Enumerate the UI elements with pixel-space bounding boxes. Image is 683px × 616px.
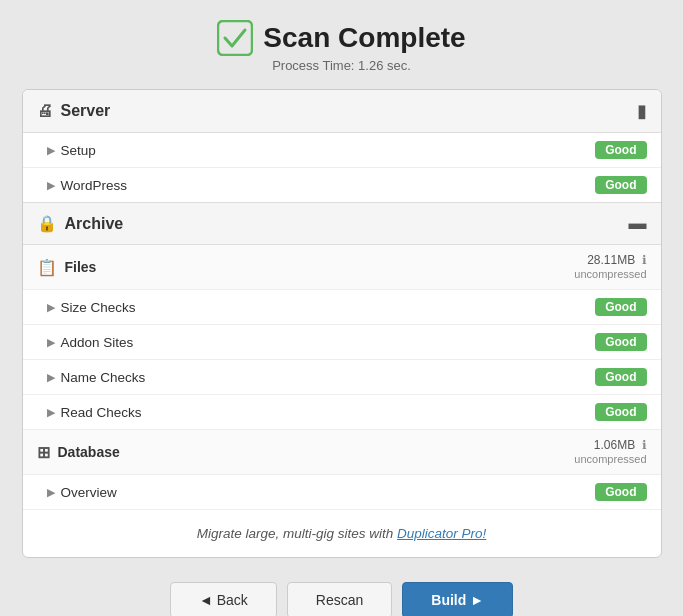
arrow-icon: ▶ bbox=[47, 144, 55, 157]
size-checks-badge: Good bbox=[595, 298, 646, 316]
name-checks-badge: Good bbox=[595, 368, 646, 386]
overview-label: ▶ Overview bbox=[47, 485, 117, 500]
back-button[interactable]: ◄ Back bbox=[170, 582, 277, 616]
server-section-header: 🖨 Server ▮ bbox=[23, 90, 661, 133]
archive-label: Archive bbox=[65, 215, 124, 233]
setup-row-label: ▶ Setup bbox=[47, 143, 96, 158]
files-size-label: uncompressed bbox=[574, 268, 646, 280]
promo-row: Migrate large, multi-gig sites with Dupl… bbox=[23, 509, 661, 557]
database-size: 1.06MB ℹ bbox=[594, 438, 647, 452]
promo-link[interactable]: Duplicator Pro! bbox=[397, 526, 486, 541]
read-checks-label: ▶ Read Checks bbox=[47, 405, 142, 420]
archive-section-title: 🔒 Archive bbox=[37, 214, 124, 233]
rescan-button[interactable]: Rescan bbox=[287, 582, 392, 616]
overview-badge: Good bbox=[595, 483, 646, 501]
arrow-icon: ▶ bbox=[47, 371, 55, 384]
build-button[interactable]: Build ► bbox=[402, 582, 513, 616]
files-icon: 📋 bbox=[37, 258, 57, 277]
svg-rect-0 bbox=[218, 21, 252, 55]
table-row[interactable]: ▶ Setup Good bbox=[23, 133, 661, 168]
files-size: 28.11MB ℹ bbox=[587, 253, 646, 267]
database-subsection-header: ⊞ Database 1.06MB ℹ uncompressed bbox=[23, 429, 661, 475]
addon-sites-badge: Good bbox=[595, 333, 646, 351]
setup-badge: Good bbox=[595, 141, 646, 159]
server-rows: ▶ Setup Good ▶ WordPress Good bbox=[23, 133, 661, 202]
table-row[interactable]: ▶ Read Checks Good bbox=[23, 395, 661, 429]
database-size-info: 1.06MB ℹ uncompressed bbox=[574, 438, 646, 466]
database-size-label: uncompressed bbox=[574, 453, 646, 465]
database-rows: ▶ Overview Good bbox=[23, 475, 661, 509]
page-title: Scan Complete bbox=[263, 22, 465, 54]
database-title: ⊞ Database bbox=[37, 443, 120, 462]
wordpress-row-label: ▶ WordPress bbox=[47, 178, 128, 193]
setup-label: Setup bbox=[61, 143, 96, 158]
header: Scan Complete Process Time: 1.26 sec. bbox=[217, 20, 465, 73]
archive-icon: 🔒 bbox=[37, 214, 57, 233]
database-label: Database bbox=[58, 444, 120, 460]
table-row[interactable]: ▶ Size Checks Good bbox=[23, 290, 661, 325]
process-time: Process Time: 1.26 sec. bbox=[272, 58, 411, 73]
server-icon: 🖨 bbox=[37, 102, 53, 120]
arrow-icon: ▶ bbox=[47, 179, 55, 192]
wordpress-label: WordPress bbox=[61, 178, 128, 193]
footer-buttons: ◄ Back Rescan Build ► bbox=[22, 582, 662, 616]
files-label: Files bbox=[65, 259, 97, 275]
promo-text: Migrate large, multi-gig sites with bbox=[197, 526, 397, 541]
info-icon: ℹ bbox=[642, 438, 647, 452]
size-checks-label: ▶ Size Checks bbox=[47, 300, 136, 315]
name-checks-label: ▶ Name Checks bbox=[47, 370, 146, 385]
server-label: Server bbox=[61, 102, 111, 120]
arrow-icon: ▶ bbox=[47, 406, 55, 419]
table-row[interactable]: ▶ Overview Good bbox=[23, 475, 661, 509]
files-rows: ▶ Size Checks Good ▶ Addon Sites Good ▶ bbox=[23, 290, 661, 429]
files-title: 📋 Files bbox=[37, 258, 97, 277]
arrow-icon: ▶ bbox=[47, 336, 55, 349]
arrow-icon: ▶ bbox=[47, 301, 55, 314]
table-row[interactable]: ▶ Name Checks Good bbox=[23, 360, 661, 395]
database-icon: ⊞ bbox=[37, 443, 50, 462]
archive-section-header: 🔒 Archive ▬ bbox=[23, 203, 661, 245]
archive-section: 🔒 Archive ▬ 📋 Files 28.11MB ℹ uncom bbox=[23, 202, 661, 557]
files-subsection-header: 📋 Files 28.11MB ℹ uncompressed bbox=[23, 245, 661, 290]
table-row[interactable]: ▶ WordPress Good bbox=[23, 168, 661, 202]
check-icon bbox=[217, 20, 253, 56]
arrow-icon: ▶ bbox=[47, 486, 55, 499]
scan-complete-row: Scan Complete bbox=[217, 20, 465, 56]
info-icon: ℹ bbox=[642, 253, 647, 267]
table-row[interactable]: ▶ Addon Sites Good bbox=[23, 325, 661, 360]
page-wrapper: Scan Complete Process Time: 1.26 sec. 🖨 … bbox=[0, 20, 683, 616]
files-size-info: 28.11MB ℹ uncompressed bbox=[574, 253, 646, 281]
archive-collapse-icon[interactable]: ▬ bbox=[629, 213, 647, 234]
main-card: 🖨 Server ▮ ▶ Setup Good ▶ WordPress Good bbox=[22, 89, 662, 558]
server-section-title: 🖨 Server bbox=[37, 102, 111, 120]
addon-sites-label: ▶ Addon Sites bbox=[47, 335, 134, 350]
wordpress-badge: Good bbox=[595, 176, 646, 194]
server-collapse-icon[interactable]: ▮ bbox=[637, 100, 647, 122]
read-checks-badge: Good bbox=[595, 403, 646, 421]
